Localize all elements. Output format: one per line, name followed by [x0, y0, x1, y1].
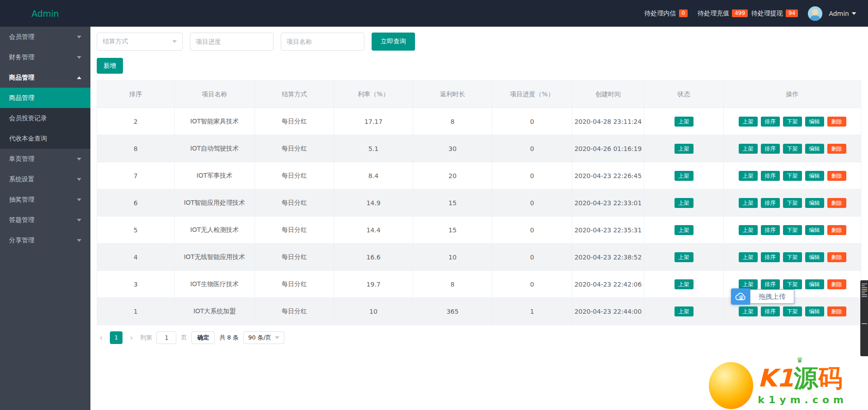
publish-button[interactable]: 上架	[739, 117, 758, 127]
project-progress-input[interactable]	[190, 33, 274, 51]
edit-button[interactable]: 编辑	[805, 117, 824, 127]
next-page-icon[interactable]: ›	[127, 331, 136, 344]
status-badge: 上架	[675, 171, 693, 181]
delete-button[interactable]: 删除	[827, 225, 846, 235]
status-badge: 上架	[675, 306, 693, 316]
sort-button[interactable]: 排序	[761, 306, 780, 316]
search-button[interactable]: 立即查询	[372, 33, 415, 51]
cell-settle: 每日分红	[255, 135, 334, 162]
unpublish-button[interactable]: 下架	[783, 252, 802, 262]
sort-button[interactable]: 排序	[761, 117, 780, 127]
sidebar-item-label: 代收本金查询	[9, 128, 47, 149]
delete-button[interactable]: 删除	[827, 171, 846, 181]
unpublish-button[interactable]: 下架	[783, 144, 802, 154]
edit-button[interactable]: 编辑	[805, 171, 824, 181]
cell-name: IOT无线智能应用技术	[175, 244, 255, 271]
cell-settle: 每日分红	[255, 298, 334, 325]
sort-button[interactable]: 排序	[761, 252, 780, 262]
publish-button[interactable]: 上架	[739, 225, 758, 235]
sidebar-subitem-product-list[interactable]: 商品管理	[0, 88, 90, 108]
sidebar-item-label: 分享管理	[9, 230, 34, 250]
sort-button[interactable]: 排序	[761, 279, 780, 289]
page-size-select[interactable]: 90 条/页	[243, 331, 284, 344]
col-header-rate: 利率（%）	[334, 81, 413, 108]
jump-page-input[interactable]	[156, 331, 176, 344]
topbar: Admin 待处理内信 0 待处理充值 499 待处理提现 94 Admin	[0, 0, 868, 27]
sidebar-item-member-mgmt[interactable]: 会员管理	[0, 27, 90, 47]
sidebar-subitem-principal-query[interactable]: 代收本金查询	[0, 128, 90, 149]
user-avatar[interactable]	[808, 6, 822, 21]
cell-sort: 3	[97, 271, 175, 298]
publish-button[interactable]: 上架	[739, 144, 758, 154]
settle-method-select[interactable]: 结算方式	[97, 33, 183, 51]
user-menu[interactable]: Admin	[829, 10, 856, 17]
cell-sort: 6	[97, 189, 175, 217]
publish-button[interactable]: 上架	[739, 252, 758, 262]
sidebar-item-label: 会员管理	[9, 27, 34, 47]
sidebar-item-product-mgmt[interactable]: 商品管理	[0, 67, 90, 88]
edit-button[interactable]: 编辑	[805, 144, 824, 154]
col-header-actions: 操作	[724, 81, 861, 108]
publish-button[interactable]: 上架	[739, 306, 758, 316]
scrollbar-minimap[interactable]	[860, 280, 868, 356]
sidebar-item-label: 商品管理	[9, 67, 34, 88]
sidebar-item-share-mgmt[interactable]: 分享管理	[0, 230, 90, 250]
col-header-progress: 项目进度（%）	[492, 81, 572, 108]
publish-button[interactable]: 上架	[739, 198, 758, 208]
chevron-down-icon	[77, 36, 81, 38]
sort-button[interactable]: 排序	[761, 225, 780, 235]
publish-button[interactable]: 上架	[739, 171, 758, 181]
sidebar-item-page-mgmt[interactable]: 单页管理	[0, 149, 90, 169]
unpublish-button[interactable]: 下架	[783, 225, 802, 235]
delete-button[interactable]: 删除	[827, 198, 846, 208]
cell-actions: 上架 排序 下架 编辑 删除	[724, 108, 861, 135]
edit-button[interactable]: 编辑	[805, 225, 824, 235]
cell-rate: 14.4	[334, 217, 413, 244]
sort-button[interactable]: 排序	[761, 144, 780, 154]
edit-button[interactable]: 编辑	[805, 198, 824, 208]
delete-button[interactable]: 删除	[827, 279, 846, 289]
edit-button[interactable]: 编辑	[805, 252, 824, 262]
sidebar-item-quiz-mgmt[interactable]: 答题管理	[0, 210, 90, 230]
edit-button[interactable]: 编辑	[805, 279, 824, 289]
cell-progress: 0	[492, 189, 572, 217]
cell-rate: 8.4	[334, 162, 413, 189]
pending-recharge-link[interactable]: 待处理充值 499	[698, 9, 748, 18]
delete-button[interactable]: 删除	[827, 117, 846, 127]
delete-button[interactable]: 删除	[827, 306, 846, 316]
sidebar: 会员管理 财务管理 商品管理 商品管理 会员投资记录 代收本金查询 单页管理 系…	[0, 27, 90, 410]
jump-confirm-button[interactable]: 确定	[191, 331, 215, 344]
add-button[interactable]: 新增	[97, 58, 123, 74]
col-header-created: 创建时间	[572, 81, 644, 108]
sidebar-item-finance-mgmt[interactable]: 财务管理	[0, 47, 90, 67]
sidebar-item-system-settings[interactable]: 系统设置	[0, 169, 90, 189]
pending-withdraw-link[interactable]: 待处理提现 94	[751, 9, 798, 18]
sort-button[interactable]: 排序	[761, 198, 780, 208]
drag-upload-label[interactable]: 拖拽上传	[750, 289, 794, 304]
cell-rate: 19.7	[334, 271, 413, 298]
edit-button[interactable]: 编辑	[805, 306, 824, 316]
logo-cn-char: 源	[794, 364, 818, 392]
cloud-upload-icon	[735, 292, 746, 301]
unpublish-button[interactable]: 下架	[783, 117, 802, 127]
pending-messages-link[interactable]: 待处理内信 0	[645, 9, 688, 18]
delete-button[interactable]: 删除	[827, 252, 846, 262]
delete-button[interactable]: 删除	[827, 144, 846, 154]
publish-button[interactable]: 上架	[739, 279, 758, 289]
unpublish-button[interactable]: 下架	[783, 171, 802, 181]
sidebar-subitem-invest-records[interactable]: 会员投资记录	[0, 108, 90, 128]
cell-created: 2020-04-23 22:38:52	[572, 244, 644, 271]
unpublish-button[interactable]: 下架	[783, 306, 802, 316]
upload-button[interactable]	[731, 288, 750, 305]
project-name-input[interactable]	[281, 33, 364, 51]
unpublish-button[interactable]: 下架	[783, 279, 802, 289]
sort-button[interactable]: 排序	[761, 171, 780, 181]
sidebar-item-lottery-mgmt[interactable]: 抽奖管理	[0, 189, 90, 210]
prev-page-icon[interactable]: ‹	[97, 331, 105, 344]
page-number-1[interactable]: 1	[110, 331, 123, 344]
cell-actions: 上架 排序 下架 编辑 删除	[724, 217, 861, 244]
table-row: 2 IOT智能家具技术 每日分红 17.17 8 0 2020-04-28 23…	[97, 108, 861, 135]
unpublish-button[interactable]: 下架	[783, 198, 802, 208]
chevron-down-icon	[77, 198, 81, 201]
cell-created: 2020-04-23 22:35:31	[572, 217, 644, 244]
